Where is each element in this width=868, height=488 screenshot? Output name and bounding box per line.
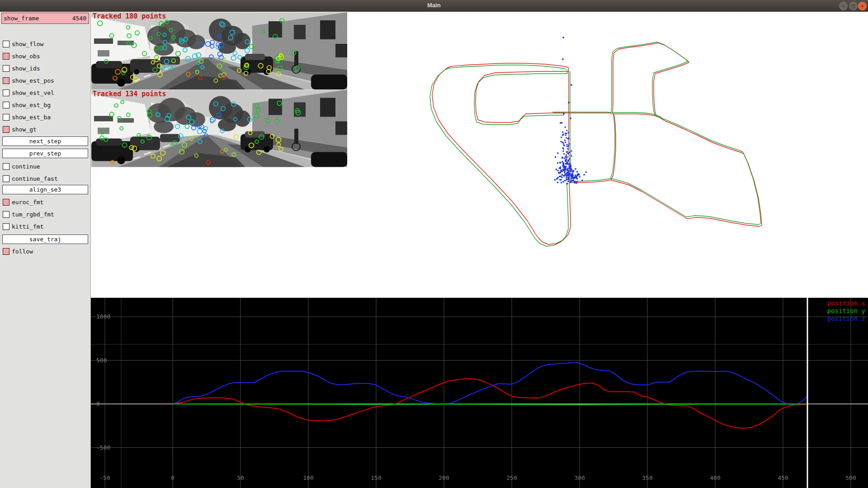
var-show-frame[interactable]: show_frame4540 — [1, 13, 89, 24]
checkbox-row-show-obs[interactable]: show_obs — [0, 52, 91, 61]
checkbox-label: show_est_bg — [12, 102, 51, 108]
legend-item: position y — [827, 307, 865, 314]
checkbox-show-est-vel[interactable] — [3, 89, 9, 96]
checkbox-label: euroc_fmt — [12, 199, 43, 206]
checkbox-label: show_ids — [12, 65, 40, 72]
checkbox-label: show_est_vel — [12, 89, 54, 96]
svg-text:150: 150 — [371, 474, 381, 481]
checkbox-euroc-fmt[interactable] — [3, 199, 9, 206]
checkbox-row-show-est-ba[interactable]: show_est_ba — [0, 113, 91, 122]
svg-text:100: 100 — [303, 474, 313, 481]
checkbox-show-est-bg[interactable] — [3, 102, 9, 108]
window-title: Main — [0, 2, 868, 9]
maximize-button-icon[interactable]: □ — [849, 2, 858, 10]
plot-tick-labels: 10005000-500-500501001502002503003504004… — [96, 313, 856, 481]
trajectory-plot[interactable] — [91, 12, 868, 298]
series-position-y — [173, 404, 807, 405]
checkbox-label: continue — [12, 163, 40, 170]
titlebar[interactable]: Main − □ ✕ — [0, 0, 868, 12]
button-save-traj[interactable]: save_traj — [2, 235, 88, 244]
control-panel: show_frame4540show_flowshow_obsshow_idss… — [0, 12, 91, 488]
checkbox-continue[interactable] — [3, 163, 9, 170]
svg-text:300: 300 — [574, 474, 585, 481]
plot-legend: position xposition yposition z — [827, 300, 865, 322]
checkbox-label: show_est_pos — [12, 77, 54, 84]
plot-grid — [91, 298, 868, 488]
checkbox-show-ids[interactable] — [3, 65, 9, 72]
checkbox-show-obs[interactable] — [3, 53, 9, 60]
checkbox-row-kitti-fmt[interactable]: kitti_fmt — [0, 222, 91, 232]
button-next-step[interactable]: next_step — [2, 136, 88, 146]
svg-text:1000: 1000 — [96, 313, 110, 320]
var-value: 4540 — [72, 15, 86, 22]
var-label: show_frame — [4, 15, 39, 22]
legend-item: position z — [827, 315, 865, 322]
svg-text:-500: -500 — [96, 444, 110, 451]
legend-item: position x — [827, 300, 865, 307]
checkbox-follow[interactable] — [3, 248, 9, 255]
svg-text:-50: -50 — [99, 474, 110, 481]
button-align-se3[interactable]: align_se3 — [2, 185, 88, 194]
svg-text:400: 400 — [710, 474, 720, 481]
checkbox-row-follow[interactable]: follow — [0, 247, 91, 257]
svg-text:50: 50 — [237, 474, 244, 481]
svg-text:200: 200 — [439, 474, 449, 481]
checkbox-row-continue-fast[interactable]: continue_fast — [0, 174, 91, 184]
series-position-z — [173, 362, 807, 405]
minimize-button-icon[interactable]: − — [839, 2, 848, 10]
checkbox-row-show-est-pos[interactable]: show_est_pos — [0, 76, 91, 86]
svg-text:500: 500 — [96, 357, 107, 364]
checkbox-label: continue_fast — [12, 175, 58, 182]
checkbox-kitti-fmt[interactable] — [3, 223, 9, 230]
button-prev-step[interactable]: prev_step — [2, 149, 88, 158]
svg-text:450: 450 — [778, 474, 788, 481]
plot-series — [173, 362, 807, 428]
checkbox-tum-rgbd-fmt[interactable] — [3, 211, 9, 218]
position-timeseries-plot[interactable]: 10005000-500-500501001502002503003504004… — [91, 298, 868, 488]
checkbox-label: show_flow — [12, 41, 43, 47]
checkbox-row-show-gt[interactable]: show_gt — [0, 125, 91, 135]
checkbox-show-est-pos[interactable] — [3, 77, 9, 84]
checkbox-label: follow — [12, 248, 33, 255]
checkbox-show-flow[interactable] — [3, 41, 9, 47]
checkbox-row-euroc-fmt[interactable]: euroc_fmt — [0, 197, 91, 207]
checkbox-row-show-ids[interactable]: show_ids — [0, 64, 91, 74]
svg-text:350: 350 — [642, 474, 652, 481]
checkbox-show-gt[interactable] — [3, 126, 9, 133]
trajectory-groundtruth-path — [430, 42, 761, 246]
checkbox-label: show_est_ba — [12, 114, 51, 121]
svg-text:0: 0 — [96, 400, 100, 407]
checkbox-row-show-est-bg[interactable]: show_est_bg — [0, 100, 91, 110]
checkbox-row-show-flow[interactable]: show_flow — [0, 39, 91, 49]
svg-text:500: 500 — [845, 474, 856, 481]
close-button-icon[interactable]: ✕ — [858, 2, 867, 10]
checkbox-show-est-ba[interactable] — [3, 114, 9, 121]
svg-text:250: 250 — [506, 474, 517, 481]
checkbox-label: kitti_fmt — [12, 223, 43, 230]
checkbox-label: show_obs — [12, 53, 40, 60]
svg-text:0: 0 — [171, 474, 175, 481]
checkbox-row-tum-rgbd-fmt[interactable]: tum_rgbd_fmt — [0, 210, 91, 220]
checkbox-row-show-est-vel[interactable]: show_est_vel — [0, 88, 91, 98]
checkbox-row-continue[interactable]: continue — [0, 162, 91, 172]
checkbox-label: show_gt — [12, 126, 37, 133]
checkbox-continue-fast[interactable] — [3, 175, 9, 182]
trajectory-estimate-path — [432, 43, 762, 244]
checkbox-label: tum_rgbd_fmt — [12, 211, 54, 218]
